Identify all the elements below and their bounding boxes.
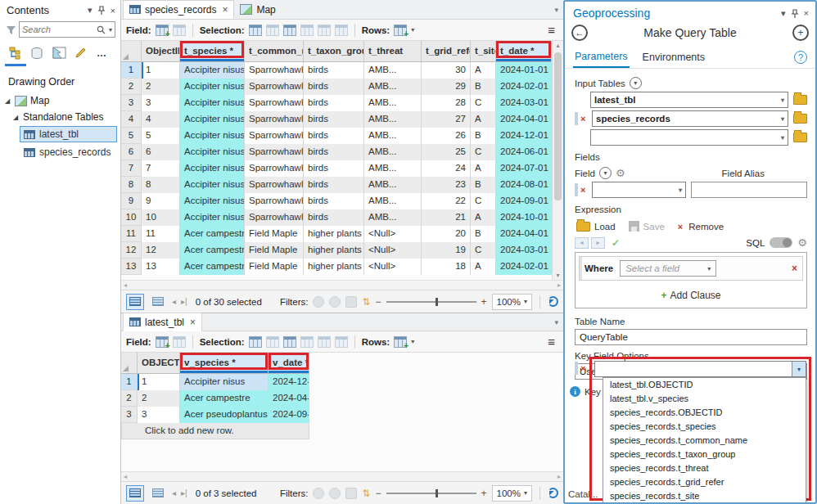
first-record-icon[interactable]: ◂ bbox=[172, 297, 176, 306]
add-clause-button[interactable]: +Add Clause bbox=[576, 284, 806, 308]
zoom-slider-thumb[interactable] bbox=[436, 298, 438, 306]
table-row[interactable]: 1212Acer campestreField Maplehigher plan… bbox=[121, 242, 552, 259]
input-table-combo[interactable]: latest_tbl ▾ bbox=[590, 92, 788, 108]
cell-t-threat[interactable]: AMB... bbox=[364, 177, 422, 193]
cell-t-species[interactable]: Accipiter nisus bbox=[180, 144, 245, 160]
cell-t-threat[interactable]: AMB... bbox=[364, 144, 422, 160]
refresh-icon[interactable] bbox=[548, 296, 558, 307]
move-clause-right-icon[interactable]: ▸ bbox=[591, 237, 605, 249]
row-number[interactable]: 13 bbox=[121, 259, 142, 275]
remove-clause-icon[interactable]: × bbox=[792, 263, 797, 274]
cell-v-species[interactable]: Accipiter nisus bbox=[180, 374, 269, 390]
cell-objectid[interactable]: 1 bbox=[142, 62, 180, 79]
table-row[interactable]: 99Accipiter nisusSparrowhawkbirdsAMB...2… bbox=[121, 193, 552, 209]
cell-v-species[interactable]: Acer pseudoplantus bbox=[180, 407, 269, 423]
key-field-option[interactable]: species_records.t_site bbox=[603, 489, 806, 503]
cell-t-site[interactable]: B bbox=[471, 79, 496, 95]
tab-overflow-chevron-icon[interactable]: ▾ bbox=[549, 318, 563, 326]
table-row[interactable]: 1010Accipiter nisusSparrowhawkbirdsAMB..… bbox=[121, 209, 552, 226]
cell-t-taxon-group[interactable]: birds bbox=[304, 128, 364, 144]
rows-dropdown-icon[interactable]: ▾ bbox=[411, 26, 414, 34]
attributes-view-button[interactable] bbox=[149, 294, 167, 310]
verify-expression-icon[interactable]: ✓ bbox=[612, 237, 620, 249]
cell-objectid[interactable]: 12 bbox=[142, 242, 180, 259]
calculate-field-icon[interactable] bbox=[173, 336, 186, 348]
copy-selection-icon[interactable] bbox=[335, 336, 348, 348]
tab-environments[interactable]: Environments bbox=[641, 50, 706, 67]
input-table-combo[interactable]: species_records ▾ bbox=[592, 110, 788, 127]
cell-t-site[interactable]: A bbox=[471, 259, 496, 275]
row-number[interactable]: 1 bbox=[121, 374, 138, 390]
key-field-option[interactable]: latest_tbl.v_species bbox=[603, 392, 806, 406]
dropdown-open-icon[interactable]: ▾ bbox=[792, 362, 806, 376]
expand-arrow-icon[interactable]: ◢ bbox=[3, 97, 11, 105]
cell-t-taxon-group[interactable]: birds bbox=[304, 79, 364, 95]
table-row[interactable]: 22Accipiter nisusSparrowhawkbirdsAMB...2… bbox=[121, 79, 552, 95]
cell-t-common-name[interactable]: Sparrowhawk bbox=[245, 111, 304, 128]
cell-t-site[interactable]: B bbox=[471, 177, 496, 193]
cell-t-taxon-group[interactable]: higher plants -... bbox=[304, 259, 364, 275]
column-header-v-species[interactable]: v_species * bbox=[180, 353, 269, 374]
cell-t-threat[interactable]: AMB... bbox=[364, 128, 422, 144]
table-row[interactable]: 55Accipiter nisusSparrowhawkbirdsAMB...2… bbox=[121, 128, 552, 144]
input-table-combo[interactable]: ▾ bbox=[590, 129, 788, 146]
chevron-down-icon[interactable]: ▾ bbox=[88, 5, 93, 16]
row-number[interactable]: 7 bbox=[121, 160, 142, 177]
menu-icon[interactable]: ≡ bbox=[548, 335, 558, 349]
tab-map[interactable]: Map bbox=[234, 0, 281, 19]
row-number[interactable]: 2 bbox=[121, 390, 138, 407]
cell-t-species[interactable]: Accipiter nisus bbox=[180, 79, 245, 95]
search-input-box[interactable]: ▾ bbox=[19, 21, 115, 38]
cell-t-common-name[interactable]: Sparrowhawk bbox=[245, 62, 304, 79]
cell-v-date[interactable]: 2024-09-01 bbox=[269, 407, 309, 423]
horizontal-scrollbar[interactable]: ◂▸ bbox=[121, 280, 563, 290]
table-row[interactable]: 11Accipiter nisus2024-12-01 bbox=[121, 374, 563, 390]
table-row[interactable]: 33Accipiter nisusSparrowhawkbirdsAMB...2… bbox=[121, 95, 552, 111]
cell-objectid[interactable]: 9 bbox=[142, 193, 180, 209]
cell-objectid[interactable]: 8 bbox=[142, 177, 180, 193]
cell-v-date[interactable]: 2024-04-01 bbox=[269, 390, 309, 407]
list-by-drawing-order-icon[interactable] bbox=[8, 47, 23, 60]
cell-t-date[interactable]: 2024-02-01 bbox=[496, 259, 552, 275]
cell-t-threat[interactable]: AMB... bbox=[364, 62, 422, 79]
column-header-objectid[interactable]: OBJECTID * bbox=[138, 353, 180, 374]
tree-node-map[interactable]: ◢ Map bbox=[0, 92, 120, 109]
time-filter-icon[interactable] bbox=[313, 488, 324, 499]
table-name-input[interactable] bbox=[575, 329, 807, 345]
cell-t-taxon-group[interactable]: higher plants -... bbox=[304, 242, 364, 259]
browse-folder-icon[interactable] bbox=[793, 114, 807, 124]
refresh-icon[interactable] bbox=[548, 488, 558, 498]
info-icon[interactable]: i bbox=[570, 386, 580, 397]
first-record-icon[interactable]: ◂ bbox=[172, 488, 176, 497]
column-header-v-date[interactable]: v_date * bbox=[269, 353, 309, 374]
zoom-out-icon[interactable]: − bbox=[376, 296, 381, 308]
cell-t-grid-refer[interactable]: 26 bbox=[422, 128, 471, 144]
last-record-icon[interactable]: ▸| bbox=[181, 488, 187, 497]
scroll-down-icon[interactable]: ▾ bbox=[553, 272, 563, 279]
switch-selection-icon[interactable] bbox=[283, 336, 296, 348]
zoom-in-icon[interactable]: + bbox=[481, 296, 487, 308]
add-field-icon[interactable]: + bbox=[156, 25, 169, 36]
cell-t-species[interactable]: Accipiter nisus bbox=[180, 128, 245, 144]
column-header-objectid[interactable]: ObjectID * bbox=[142, 41, 180, 62]
drag-handle[interactable] bbox=[575, 112, 578, 125]
zoom-level-select[interactable]: 100% ▾ bbox=[492, 294, 532, 310]
cell-t-threat[interactable]: AMB... bbox=[364, 95, 422, 111]
remove-row-icon[interactable]: × bbox=[580, 114, 590, 124]
cell-objectid[interactable]: 2 bbox=[138, 390, 180, 407]
cell-t-date[interactable]: 2024-06-01 bbox=[496, 144, 552, 160]
cell-objectid[interactable]: 3 bbox=[142, 95, 180, 111]
table-row[interactable]: 77Accipiter nisusSparrowhawkbirdsAMB...2… bbox=[121, 160, 552, 177]
cell-t-date[interactable]: 2024-03-01 bbox=[496, 242, 552, 259]
calculate-field-icon[interactable] bbox=[173, 25, 186, 36]
cell-t-date[interactable]: 2024-09-01 bbox=[496, 193, 552, 209]
key-field-option[interactable]: species_records.t_common_name bbox=[603, 434, 806, 448]
tab-species-records[interactable]: species_records × bbox=[123, 0, 234, 19]
cell-t-grid-refer[interactable]: 24 bbox=[422, 160, 471, 177]
delete-selection-icon[interactable] bbox=[318, 25, 331, 36]
tree-node-standalone-tables[interactable]: ◢ Standalone Tables bbox=[0, 109, 120, 125]
drag-handle[interactable] bbox=[575, 183, 578, 196]
cell-t-common-name[interactable]: Sparrowhawk bbox=[245, 193, 304, 209]
close-tab-icon[interactable]: × bbox=[222, 4, 228, 16]
remove-expression-button[interactable]: × Remove bbox=[678, 222, 724, 232]
